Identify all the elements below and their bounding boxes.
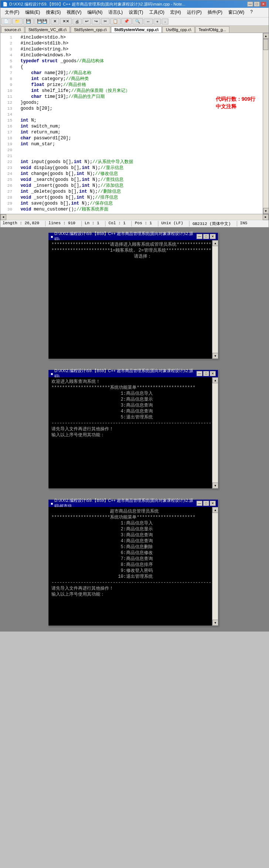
- console2-scroll-track[interactable]: [212, 383, 218, 483]
- code-editor[interactable]: 1 #include<stdio.h>2 #include<stdlib.h>3…: [0, 33, 263, 214]
- console2-line-4: 3:商品信息查询: [51, 402, 209, 408]
- line-content: int category;//商品种类: [15, 76, 89, 82]
- console1-maximize[interactable]: □: [203, 234, 209, 239]
- vertical-scrollbar[interactable]: ▲ ▼: [263, 33, 269, 214]
- file-tab-2[interactable]: StdSystem_cpp.c\: [71, 26, 110, 33]
- scroll-track[interactable]: [263, 39, 269, 208]
- console2-close[interactable]: ✕: [210, 371, 216, 376]
- console2-scroll-down[interactable]: ▼: [212, 483, 218, 488]
- line-number: 25: [2, 177, 12, 183]
- menu-settings[interactable]: 设置(T): [126, 9, 146, 16]
- console3-close[interactable]: ✕: [210, 501, 216, 506]
- status-lines: lines : 910: [45, 221, 75, 226]
- toolbar-copy[interactable]: 📋: [110, 18, 121, 24]
- console1-scrollbar[interactable]: ▲ ▼: [212, 240, 218, 359]
- menu-run[interactable]: 运行(P): [184, 9, 205, 16]
- toolbar-redo[interactable]: ↪: [92, 18, 100, 24]
- status-col: Col : 1: [105, 221, 125, 226]
- menu-language[interactable]: 语言(L): [105, 9, 126, 16]
- toolbar-save[interactable]: 💾: [23, 18, 34, 24]
- maximize-button[interactable]: □: [254, 1, 260, 7]
- console1-controls: — □ ✕: [196, 234, 216, 239]
- menu-file[interactable]: 文件(F): [2, 9, 22, 16]
- console3-scroll-down[interactable]: ▼: [212, 620, 218, 626]
- file-tab-5[interactable]: TeaInfOblg_g...: [195, 26, 230, 33]
- line-number: 8: [2, 76, 12, 82]
- toolbar-close-all[interactable]: ✕✕: [60, 18, 72, 24]
- toolbar: 📄 📁 💾 💾💾 ✕ ✕✕ 🖨 ↩ ↪ ✂ 📋 📌 🔍 ↔ + -: [0, 17, 269, 26]
- console1-close[interactable]: ✕: [210, 234, 216, 239]
- toolbar-zoom-in[interactable]: +: [154, 19, 161, 24]
- toolbar-close[interactable]: ✕: [51, 18, 59, 24]
- console3-maximize[interactable]: □: [203, 501, 209, 506]
- close-button[interactable]: ✕: [260, 1, 266, 7]
- console2-minimize[interactable]: —: [196, 371, 202, 376]
- file-tab-0[interactable]: source.c\: [1, 26, 24, 33]
- toolbar-save-all[interactable]: 💾💾: [34, 18, 50, 24]
- scroll-left-arrow[interactable]: ◄: [0, 214, 6, 220]
- console1-scroll-down[interactable]: ▼: [212, 353, 218, 359]
- menu-help[interactable]: ?: [247, 9, 256, 16]
- console3-scrollbar[interactable]: ▲ ▼: [212, 507, 218, 626]
- toolbar-zoom-out[interactable]: -: [162, 19, 168, 24]
- console2-line-6: 5:退出管理系统: [51, 414, 209, 420]
- scroll-thumb[interactable]: [263, 39, 268, 50]
- line-content: float prize;//商品价格: [15, 82, 86, 88]
- console1-scroll-up[interactable]: ▲: [212, 240, 218, 246]
- toolbar-replace[interactable]: ↔: [144, 19, 153, 24]
- menu-encoding[interactable]: 编码(N): [84, 9, 105, 16]
- console3-body-container: 超市商品信息管理员系统 **********************系统功能菜单…: [48, 507, 218, 626]
- h-scroll-track[interactable]: [6, 214, 263, 220]
- code-area-container: 1 #include<stdio.h>2 #include<stdlib.h>3…: [0, 33, 269, 214]
- menu-macro[interactable]: 宏(H): [167, 9, 184, 16]
- console2-scrollbar[interactable]: ▲ ▼: [212, 377, 218, 488]
- console1-title-bar: ■ D:\XX\2.编程设计\59.【B59】C++ 超市商品管理系统(面向对象…: [48, 233, 218, 240]
- console1-scroll-track[interactable]: [212, 246, 218, 353]
- console3-icon: ■: [51, 501, 53, 506]
- menu-window[interactable]: 窗口(W): [225, 9, 247, 16]
- code-line-23: 23 void display(goods b[],int N);//显示信息: [0, 165, 263, 171]
- toolbar-find[interactable]: 🔍: [132, 18, 143, 24]
- line-number: 23: [2, 165, 12, 171]
- scroll-down-arrow[interactable]: ▼: [263, 208, 269, 214]
- file-tab-3[interactable]: StdSystemView_cpp.c\: [111, 26, 162, 33]
- toolbar-open[interactable]: 📁: [12, 18, 23, 24]
- line-content: void _search(goods b[],int N);//查找信息: [15, 177, 124, 183]
- scroll-right-arrow[interactable]: ►: [263, 214, 269, 220]
- toolbar-cut[interactable]: ✂: [101, 18, 110, 24]
- console2-scroll-up[interactable]: ▲: [212, 377, 218, 383]
- file-tab-4[interactable]: UsrBlg_cpp.c\: [162, 26, 194, 33]
- spacer-1: [0, 228, 269, 231]
- line-number: 15: [2, 117, 12, 123]
- line-content: int _delete(goods b[],int N);//删除信息: [15, 189, 121, 195]
- menu-tools[interactable]: 工具(O): [146, 9, 167, 16]
- console3-scroll-track[interactable]: [212, 513, 218, 620]
- menu-edit[interactable]: 编辑(E): [22, 9, 43, 16]
- line-number: 13: [2, 106, 12, 112]
- console1-minimize[interactable]: —: [196, 234, 202, 239]
- toolbar-print[interactable]: 🖨: [73, 19, 82, 24]
- console3-line-12: 9:修改登入密码: [51, 568, 209, 574]
- menu-search[interactable]: 搜索(S): [43, 9, 64, 16]
- console3-scroll-up[interactable]: ▲: [212, 507, 218, 513]
- console2-line-9: 请先导入文件再进行其他操作！: [51, 426, 209, 432]
- toolbar-undo[interactable]: ↩: [83, 18, 91, 24]
- minimize-button[interactable]: —: [247, 1, 253, 7]
- console3-minimize[interactable]: —: [196, 501, 202, 506]
- menu-plugins[interactable]: 插件(P): [205, 9, 225, 16]
- code-line-20: 20: [0, 147, 263, 153]
- title-bar-left: 📄 D:\XX\2.编程设计\59.【B59】C++ 超市商品管理系统(面向对象…: [3, 1, 185, 7]
- console2-controls: — □ ✕: [196, 371, 216, 376]
- code-line-15: 15 int N;: [0, 117, 263, 123]
- annotation-box: 代码行数：909行 中文注释: [216, 95, 255, 110]
- file-tab-1[interactable]: StdSystem_VC_dll.c\: [25, 26, 70, 33]
- toolbar-new[interactable]: 📄: [1, 18, 11, 24]
- console2-maximize[interactable]: □: [203, 371, 209, 376]
- menu-view[interactable]: 视图(V): [64, 9, 84, 16]
- line-content: #include<string.h>: [15, 46, 68, 52]
- notepad-title: D:\XX\2.编程设计\59.【B59】C++ 超市商品管理系统(面向对象课程…: [9, 1, 185, 7]
- horizontal-scrollbar[interactable]: ◄ ►: [0, 214, 269, 220]
- toolbar-paste[interactable]: 📌: [121, 18, 132, 24]
- scroll-up-arrow[interactable]: ▲: [263, 33, 269, 39]
- code-line-10: 10 int shelf_life;//商品的保质期（按月来记）: [0, 88, 263, 94]
